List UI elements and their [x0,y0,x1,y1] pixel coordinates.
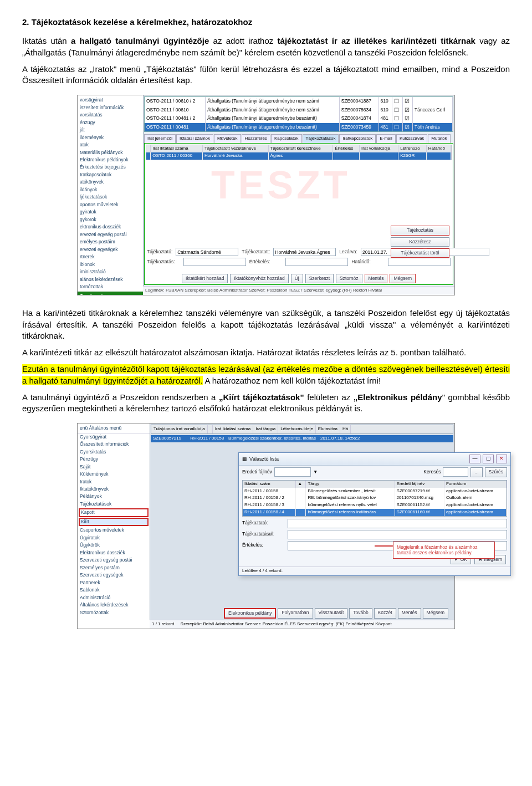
sidebar-item[interactable]: oportos műveletek [78,201,143,208]
sidebar-item[interactable]: ektronikus dossziék [78,223,143,231]
sidebar-item[interactable]: Elektronikus dossziék [78,549,150,557]
sidebar-item[interactable]: Szervezeti egységek [78,571,150,579]
tab[interactable]: Tájékoztatások [303,134,339,143]
sidebar-item[interactable]: alános lekérdezések [78,276,143,283]
sidebar-edit-header[interactable]: Szerkeszt [78,292,143,295]
s1-status-bar: Loginnév: FSBXAN Szerepkör: Belső Admini… [143,286,454,295]
sidebar-item[interactable]: Személyes postám [78,564,150,571]
s2-top-row[interactable]: SZE00057219RH-2011 / 00158Bűnmegelőzési … [151,435,453,442]
sidebar-item[interactable]: Sablonok [78,586,150,594]
bottom-button[interactable]: Folyamatban [278,608,313,619]
ertekeles-text[interactable] [285,258,348,266]
bottom-button[interactable]: Mentés [365,274,388,283]
sidebar-item[interactable]: Ügykörök [78,542,150,549]
tab[interactable]: Iktatási számok [176,134,213,143]
sidebar-item[interactable]: ervezeti egységek [78,246,143,253]
sidebar-item[interactable]: iminisztráció [78,268,143,275]
sidebar-item[interactable]: Példányok [78,493,150,500]
sidebar-item[interactable]: atok [78,141,143,149]
sidebar-item[interactable]: Tájékoztatások [78,501,150,508]
d-tajekoztatasul[interactable] [288,530,507,539]
sidebar-item[interactable]: gyiratok [78,208,143,216]
bottom-button[interactable]: Mégsem [423,608,449,619]
bottom-button[interactable]: Mentés [398,608,421,619]
tajekoztatas-text[interactable] [183,258,246,266]
min-button[interactable]: — [469,455,480,463]
bottom-button[interactable]: Visszautasít [315,608,348,619]
bottom-button[interactable]: Szerkeszt [305,274,334,283]
sidebar-item[interactable]: Iktatókönyvek [78,486,150,493]
sidebar-item[interactable]: Csoportos műveletek [78,527,150,534]
sidebar-item[interactable]: tornózottak [78,283,143,290]
sidebar-item[interactable]: ildemények [78,134,143,141]
tab[interactable]: Kulcsszavak [396,134,427,143]
tab[interactable]: Kapcsolatok [271,134,302,143]
para-5: Ezután a tanulmányi ügyintézőtől kapott … [22,364,510,386]
s1-inner-grid[interactable]: Irat iktatási számaTájékoztatott vezeték… [146,145,452,160]
sidebar-item[interactable]: Érkeztetési bejegyzés [78,164,143,171]
tab[interactable]: Mutatók [428,134,450,143]
sidebar-item[interactable]: Általános lekérdezések [78,601,150,609]
max-button[interactable]: ▢ [483,455,494,463]
sidebar-item[interactable]: ervezeti egység postái [78,231,143,238]
tab[interactable]: E-mail [376,134,396,143]
sidebar-item[interactable]: Összesített információk [78,441,150,448]
sidebar-item[interactable]: énzügy [78,119,143,126]
bottom-button[interactable]: Mégsem [390,274,416,283]
sidebar-item[interactable]: gykörök [78,216,143,223]
tajekoztatott-field[interactable] [273,248,336,256]
s1-top-grid[interactable]: OSTO-2011 / 00610 / 2Áthallgatás (Tanulm… [144,96,453,132]
sidebar-item[interactable]: Iratkapcsolatok [78,171,143,178]
bottom-button[interactable]: Új [291,274,303,283]
sidebar-item[interactable]: ját [78,126,143,134]
dialog-grid[interactable]: Iktatási szám▲TárgyEredeti fájlnévFormát… [242,480,507,517]
source-select[interactable] [274,467,311,477]
sidebar-item[interactable]: Elektronikus példányok [78,156,143,164]
tab[interactable]: Iratkapcsolatok [339,134,376,143]
filter-button[interactable]: Szűrés [485,467,507,477]
sidebar-item[interactable]: Ügyiratok [78,534,150,542]
side-button[interactable]: Tájékoztatás [391,226,449,235]
bottom-button[interactable]: Sztornóz [336,274,362,283]
tab[interactable]: Műveletek [214,134,241,143]
sidebar-item[interactable]: Materiális példányok [78,149,143,156]
sidebar-kapott[interactable]: Kapott [79,508,149,517]
bottom-button[interactable]: Iktatókért hozzáad [182,274,228,283]
sidebar-item[interactable]: emélyes postáim [78,238,143,246]
sidebar-item[interactable]: Adminisztráció [78,594,150,601]
bottom-button[interactable]: Közzét [374,608,396,619]
tab[interactable]: Irat jellemzői [144,134,176,143]
d-tajekoztato[interactable] [288,519,507,528]
sidebar-item[interactable]: Gyorsiktatás [78,448,150,456]
tajekoztato-field[interactable] [176,248,238,256]
tab[interactable]: Hozzáférés [242,134,270,143]
sidebar-item[interactable]: atókönyvek [78,178,143,186]
sidebar-item[interactable]: ildányok [78,186,143,193]
side-button[interactable]: Tájékoztatást töröl [391,248,449,258]
sidebar-item[interactable]: vorsügyirat [78,96,143,104]
bottom-button[interactable]: Tovább [349,608,372,619]
s1-sidebar: vorsügyiratiszesített információkvorsikt… [78,95,144,295]
sidebar-item[interactable]: iszesített információk [78,104,143,111]
sidebar-item[interactable]: Szervezeti egység postái [78,557,150,564]
sidebar-item[interactable]: Gyorsügyirat [78,433,150,441]
screenshot-1: vorsügyiratiszesített információkvorsikt… [77,95,455,295]
sidebar-item[interactable]: Partnerek [78,579,150,586]
search-button[interactable]: ... [470,467,482,477]
sidebar-item[interactable]: Saját [78,463,150,471]
close-button[interactable]: ✕ [496,455,507,463]
sidebar-item[interactable]: Pénzügy [78,456,150,463]
bottom-button[interactable]: Iktatókönyvhöz hozzáad [230,274,288,283]
bottom-button[interactable]: Elektronikus példány [224,608,276,619]
sidebar-kiirt[interactable]: Kiírt [79,518,149,526]
sidebar-item[interactable]: Küldemények [78,471,150,478]
side-button[interactable]: Közzétesz [391,237,449,247]
sidebar-item[interactable]: iblonok [78,261,143,268]
sidebar-item[interactable]: Iratok [78,478,150,486]
sidebar-item[interactable]: ljékoztatások [78,193,143,201]
hatarido-field[interactable] [388,258,451,266]
sidebar-item[interactable]: Sztornózottak [78,609,150,616]
sidebar-item[interactable]: rtnerek [78,253,143,261]
search-input[interactable] [443,467,468,477]
sidebar-item[interactable]: vorsiktatás [78,111,143,119]
